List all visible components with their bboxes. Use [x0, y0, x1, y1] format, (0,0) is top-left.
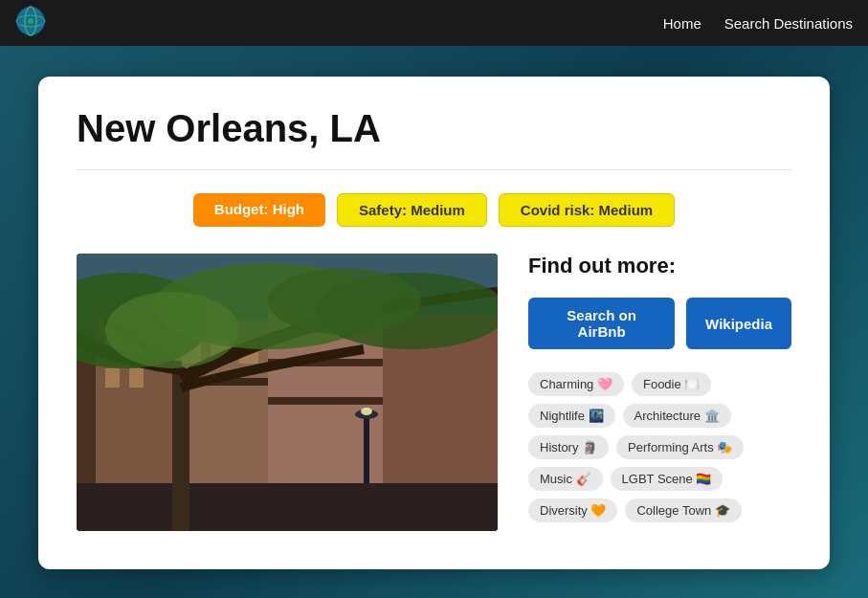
- svg-rect-20: [77, 483, 498, 531]
- tag-nightlife[interactable]: Nightlife 🌃: [528, 404, 615, 428]
- svg-point-26: [268, 268, 421, 335]
- safety-label: Safety:: [359, 202, 407, 218]
- nav-logo: [15, 6, 46, 40]
- airbnb-button[interactable]: Search on AirBnb: [528, 298, 675, 349]
- svg-rect-27: [364, 416, 369, 483]
- safety-badge: Safety: Medium: [337, 193, 487, 227]
- safety-value: Medium: [411, 202, 465, 218]
- svg-point-3: [28, 18, 33, 24]
- action-buttons: Search on AirBnb Wikipedia: [528, 298, 791, 349]
- tag-charming[interactable]: Charming 🩷: [528, 372, 624, 396]
- tag-architecture[interactable]: Architecture 🏛️: [623, 404, 731, 428]
- main-container: New Orleans, LA Budget: High Safety: Med…: [0, 46, 868, 598]
- navbar: Home Search Destinations: [0, 0, 868, 46]
- covid-badge: Covid risk: Medium: [499, 193, 675, 227]
- divider: [77, 169, 791, 170]
- tag-foodie[interactable]: Foodie 🍽️: [632, 372, 711, 396]
- right-panel: Find out more: Search on AirBnb Wikipedi…: [528, 254, 791, 522]
- tag-history[interactable]: History 🗿: [528, 435, 609, 459]
- svg-rect-13: [129, 368, 144, 388]
- home-link[interactable]: Home: [663, 15, 701, 32]
- budget-badge: Budget: High: [193, 193, 325, 227]
- badges-row: Budget: High Safety: Medium Covid risk: …: [77, 193, 791, 227]
- svg-rect-21: [172, 368, 189, 531]
- find-more-title: Find out more:: [528, 254, 791, 278]
- search-destinations-link[interactable]: Search Destinations: [724, 15, 853, 32]
- svg-point-25: [105, 292, 239, 368]
- city-card: New Orleans, LA Budget: High Safety: Med…: [38, 77, 830, 569]
- city-title: New Orleans, LA: [77, 107, 791, 150]
- svg-rect-12: [105, 368, 120, 388]
- content-row: Find out more: Search on AirBnb Wikipedi…: [77, 254, 791, 531]
- city-image: [77, 254, 498, 531]
- tag-performing-arts[interactable]: Performing Arts 🎭: [616, 435, 744, 459]
- tags-container: Charming 🩷Foodie 🍽️Nightlife 🌃Architectu…: [528, 372, 791, 522]
- svg-rect-19: [268, 397, 383, 405]
- wikipedia-button[interactable]: Wikipedia: [686, 298, 791, 349]
- tag-music[interactable]: Music 🎸: [528, 467, 603, 491]
- svg-point-29: [361, 408, 372, 415]
- budget-label: Budget:: [214, 201, 269, 217]
- tag-college-town[interactable]: College Town 🎓: [625, 498, 741, 522]
- budget-value: High: [273, 201, 304, 217]
- covid-value: Medium: [599, 202, 654, 218]
- tag-lgbt-scene[interactable]: LGBT Scene 🏳️‍🌈: [611, 467, 723, 491]
- covid-label: Covid risk:: [521, 202, 595, 218]
- tag-diversity[interactable]: Diversity 🧡: [528, 498, 617, 522]
- nav-links: Home Search Destinations: [663, 15, 853, 32]
